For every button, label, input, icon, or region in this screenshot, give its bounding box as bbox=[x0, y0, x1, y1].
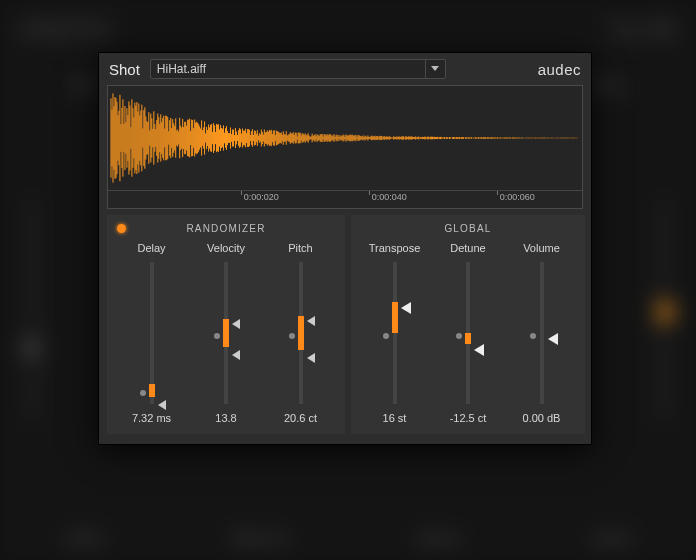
chevron-down-icon[interactable] bbox=[425, 60, 445, 78]
transpose-value: 16 st bbox=[383, 412, 407, 424]
global-title: GLOBAL bbox=[444, 223, 491, 234]
sample-file-name: HiHat.aiff bbox=[157, 62, 206, 76]
volume-slider[interactable]: Volume 0.00 dB bbox=[506, 242, 578, 424]
controls-row: RANDOMIZER Delay 7.32 ms Velocity bbox=[99, 209, 591, 444]
randomizer-section: RANDOMIZER Delay 7.32 ms Velocity bbox=[107, 215, 345, 434]
volume-label: Volume bbox=[523, 242, 560, 254]
timeline-tick-label: 0:00:040 bbox=[372, 192, 407, 202]
detune-value: -12.5 ct bbox=[450, 412, 487, 424]
delay-value: 7.32 ms bbox=[132, 412, 171, 424]
randomizer-enable-led[interactable] bbox=[117, 224, 126, 233]
timeline-tick-label: 0:00:060 bbox=[500, 192, 535, 202]
randomizer-title: RANDOMIZER bbox=[186, 223, 265, 234]
sample-file-dropdown[interactable]: HiHat.aiff bbox=[150, 59, 446, 79]
pitch-value: 20.6 ct bbox=[284, 412, 317, 424]
velocity-value: 13.8 bbox=[215, 412, 236, 424]
transpose-label: Transpose bbox=[369, 242, 421, 254]
plugin-panel: Shot HiHat.aiff audec 0:00:020 0:00:040 … bbox=[98, 52, 592, 445]
velocity-slider[interactable]: Velocity 13.8 bbox=[190, 242, 262, 424]
waveform-icon bbox=[108, 86, 582, 190]
pitch-label: Pitch bbox=[288, 242, 312, 254]
delay-label: Delay bbox=[137, 242, 165, 254]
plugin-title: Shot bbox=[109, 61, 140, 78]
detune-label: Detune bbox=[450, 242, 485, 254]
timeline-tick-label: 0:00:020 bbox=[244, 192, 279, 202]
volume-value: 0.00 dB bbox=[523, 412, 561, 424]
pitch-slider[interactable]: Pitch 20.6 ct bbox=[265, 242, 337, 424]
global-section: GLOBAL Transpose 16 st Detune bbox=[351, 215, 585, 434]
transpose-slider[interactable]: Transpose 16 st bbox=[359, 242, 431, 424]
detune-slider[interactable]: Detune -12.5 ct bbox=[432, 242, 504, 424]
delay-slider[interactable]: Delay 7.32 ms bbox=[116, 242, 188, 424]
timeline-ruler: 0:00:020 0:00:040 0:00:060 bbox=[108, 190, 582, 209]
header-bar: Shot HiHat.aiff audec bbox=[99, 53, 591, 85]
brand-logo: audec bbox=[538, 61, 581, 78]
waveform-display[interactable]: 0:00:020 0:00:040 0:00:060 bbox=[107, 85, 583, 209]
velocity-label: Velocity bbox=[207, 242, 245, 254]
